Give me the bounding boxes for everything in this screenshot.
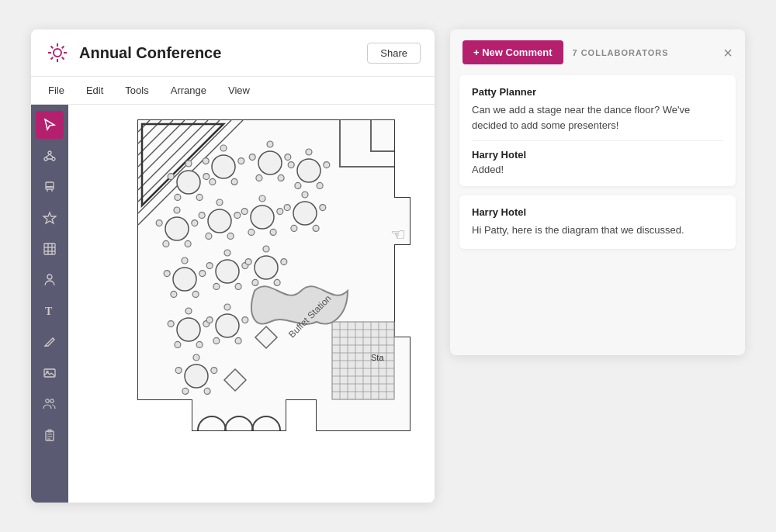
comment-1-reply-author: Harry Hotel [472,149,723,161]
svg-line-6 [62,57,64,60]
svg-rect-15 [46,182,54,187]
tool-image[interactable] [36,359,64,387]
editor-body: T [31,105,435,503]
menu-edit[interactable]: Edit [83,83,106,98]
tool-grid[interactable] [36,235,64,263]
tool-chair[interactable] [36,173,64,201]
editor-header: Annual Conference Share [31,29,435,77]
svg-point-25 [47,275,52,279]
comment-thread-2: Harry Hotel Hi Patty, here is the diagra… [459,195,736,249]
svg-point-30 [50,399,54,402]
tool-pencil[interactable] [36,328,64,356]
menu-bar: File Edit Tools Arrange View [31,77,435,105]
svg-text:T: T [45,306,53,317]
tool-text[interactable]: T [36,297,64,325]
svg-line-5 [51,47,54,49]
menu-arrange[interactable]: Arrange [168,83,210,98]
tool-star[interactable] [36,204,64,232]
comment-1-text: Can we add a stage near the dance floor?… [472,102,723,133]
new-comment-button[interactable]: + New Comment [462,40,563,64]
svg-rect-20 [44,244,55,254]
menu-file[interactable]: File [45,83,68,98]
tool-clipboard[interactable] [36,421,64,449]
logo-icon [45,40,70,65]
svg-line-7 [62,47,64,49]
app-container: Annual Conference Share File Edit Tools … [16,14,760,518]
menu-view[interactable]: View [225,83,253,98]
comment-divider [472,140,723,141]
comment-1-author: Patty Planner [472,86,723,98]
svg-line-12 [46,154,50,157]
collaborators-label: 7 COLLABORATORS [573,48,715,57]
svg-rect-27 [44,369,55,377]
tool-person[interactable] [36,266,64,294]
svg-line-8 [51,57,54,60]
editor-title: Annual Conference [79,44,358,62]
comment-1-reply-text: Added! [472,164,723,175]
svg-marker-19 [43,212,56,223]
tool-shapes[interactable] [36,142,64,170]
svg-point-9 [48,151,51,154]
comment-panel: + New Comment 7 COLLABORATORS × Patty Pl… [450,29,745,355]
share-button[interactable]: Share [367,43,421,64]
close-panel-button[interactable]: × [723,45,733,60]
svg-point-0 [54,49,61,57]
editor-panel: Annual Conference Share File Edit Tools … [31,29,435,503]
comment-2-author: Harry Hotel [472,206,723,218]
comment-thread-1: Patty Planner Can we add a stage near th… [459,75,736,186]
comment-2-text: Hi Patty, here is the diagram that we di… [472,223,723,238]
tool-select[interactable] [36,111,64,139]
svg-point-29 [46,399,49,402]
canvas-area [68,105,435,503]
svg-line-13 [50,154,54,157]
menu-tools[interactable]: Tools [122,83,151,98]
toolbar: T [31,105,68,503]
comment-panel-header: + New Comment 7 COLLABORATORS × [450,29,745,75]
svg-point-11 [52,157,55,161]
svg-rect-16 [46,187,54,189]
tool-group[interactable] [36,390,64,418]
floor-plan-canvas[interactable] [68,105,435,465]
svg-point-10 [44,157,47,161]
